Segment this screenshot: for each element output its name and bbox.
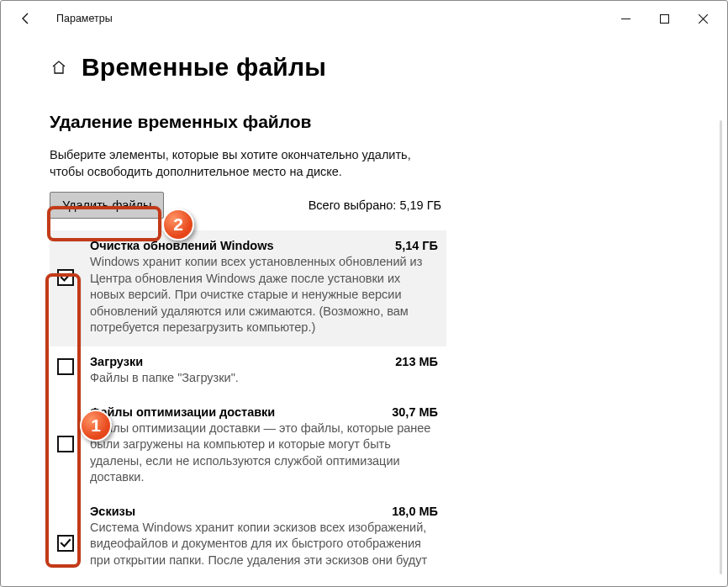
minimize-button[interactable] <box>606 3 645 34</box>
item-size: 5,14 ГБ <box>395 239 438 252</box>
item-title: Файлы оптимизации доставки <box>90 405 275 419</box>
temp-item-windows-update-cleanup[interactable]: Очистка обновлений Windows 5,14 ГБ Windo… <box>50 230 446 346</box>
back-button[interactable] <box>14 7 38 30</box>
page-title: Временные файлы <box>82 53 326 82</box>
item-desc: Windows хранит копии всех установленных … <box>90 254 438 336</box>
content: Удаление временных файлов Выберите элеме… <box>1 82 446 579</box>
temp-item-downloads[interactable]: Загрузки 213 МБ Файлы в папке "Загрузки"… <box>50 346 446 397</box>
home-icon[interactable] <box>50 58 68 77</box>
item-desc: Система Windows хранит копии эскизов все… <box>90 520 438 569</box>
close-button[interactable] <box>683 3 722 34</box>
checkbox[interactable] <box>57 358 74 375</box>
checkbox[interactable] <box>57 269 74 286</box>
item-size: 18,0 МБ <box>392 505 438 518</box>
svg-rect-0 <box>660 14 668 23</box>
remove-files-button[interactable]: Удалить файлы <box>50 192 164 219</box>
scrollbar[interactable] <box>720 120 722 574</box>
item-title: Загрузки <box>90 355 143 368</box>
section-title: Удаление временных файлов <box>50 112 446 132</box>
checkbox[interactable] <box>57 436 74 452</box>
item-desc: Файлы в папке "Загрузки". <box>90 370 438 387</box>
maximize-button[interactable] <box>645 3 683 34</box>
item-size: 30,7 МБ <box>392 405 438 419</box>
temp-item-thumbnails[interactable]: Эскизы 18,0 МБ Система Windows хранит ко… <box>50 496 446 579</box>
temp-item-delivery-optimization[interactable]: Файлы оптимизации доставки 30,7 МБ Файлы… <box>50 397 446 496</box>
titlebar: Параметры <box>1 1 727 36</box>
item-desc: Файлы оптимизации доставки — это файлы, … <box>90 420 438 486</box>
checkbox[interactable] <box>57 535 74 552</box>
page-header: Временные файлы <box>1 36 727 82</box>
item-title: Эскизы <box>90 505 135 518</box>
window-title: Параметры <box>56 13 606 24</box>
section-intro: Выберите элементы, которые вы хотите око… <box>50 147 446 180</box>
total-selected-label: Всего выбрано: 5,19 ГБ <box>309 198 446 212</box>
item-size: 213 МБ <box>395 355 438 368</box>
item-title: Очистка обновлений Windows <box>90 239 273 252</box>
